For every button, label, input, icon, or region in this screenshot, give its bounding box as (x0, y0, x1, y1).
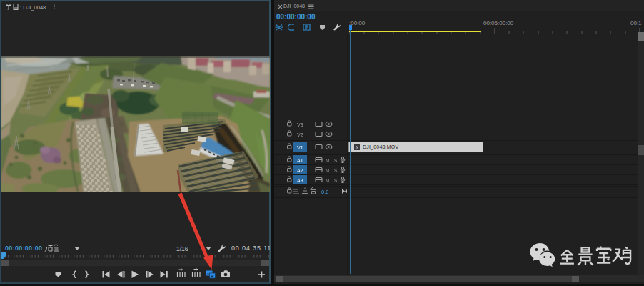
svg-text:S: S (334, 158, 338, 163)
svg-text:A1: A1 (297, 158, 303, 163)
svg-text:V3: V3 (297, 122, 303, 127)
svg-text:: DJI_0048: : DJI_0048 (20, 4, 46, 11)
svg-text:V2: V2 (297, 132, 303, 137)
svg-text:0.0: 0.0 (321, 189, 328, 195)
svg-text:A3: A3 (297, 178, 303, 183)
svg-text:M: M (326, 158, 329, 163)
svg-text:A2: A2 (297, 168, 303, 173)
svg-text:V1: V1 (297, 145, 303, 150)
